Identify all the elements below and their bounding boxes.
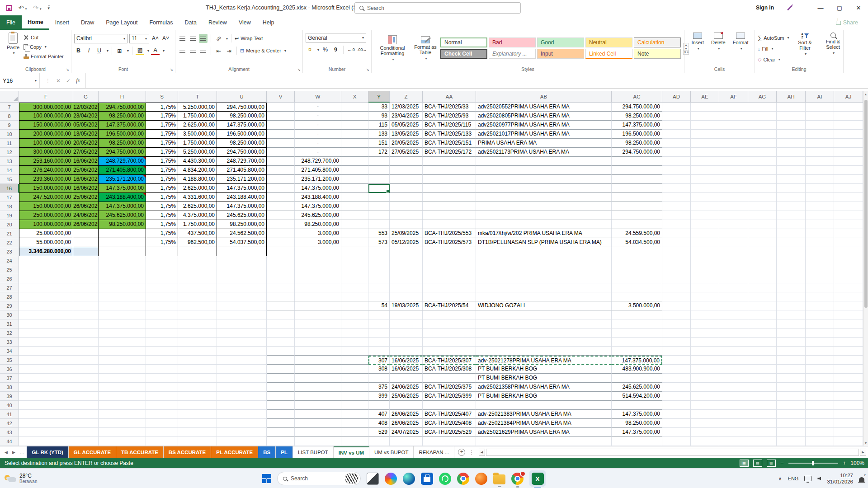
cell-G44[interactable]	[73, 437, 99, 446]
cell-S24[interactable]	[146, 256, 178, 265]
cell-AH9[interactable]	[777, 121, 806, 130]
cell-T14[interactable]: 4.834.200,00	[178, 166, 217, 175]
cell-AD35[interactable]	[662, 356, 691, 365]
cell-AF16[interactable]	[719, 184, 748, 193]
cell-G26[interactable]	[73, 274, 99, 283]
cell-AA39[interactable]: BCA-THJ/2025/399	[423, 392, 476, 401]
speaker-icon[interactable]	[817, 477, 821, 480]
cell-Y29[interactable]: 54	[368, 301, 390, 310]
cell-AF13[interactable]	[719, 157, 748, 166]
column-header-AE[interactable]: AE	[691, 91, 719, 103]
row-header-34[interactable]: 34	[0, 347, 19, 356]
cell-AI36[interactable]	[806, 365, 834, 374]
cell-U41[interactable]	[217, 410, 267, 419]
cell-AB12[interactable]: adv25021173PRIMA USAHA ERA MA	[476, 148, 612, 157]
cell-G43[interactable]	[73, 428, 99, 437]
cell-H29[interactable]	[99, 301, 146, 310]
vertical-scrollbar[interactable]: ▲ ▼	[863, 91, 868, 446]
cell-Y8[interactable]: 93	[368, 112, 390, 121]
cell-AD21[interactable]	[662, 229, 691, 238]
cell-F36[interactable]	[19, 365, 73, 374]
cell-AA29[interactable]: BCA-THJ/2025/54	[423, 301, 476, 310]
cell-AD43[interactable]	[662, 428, 691, 437]
cell-AB29[interactable]: WIDJONO GOZALI	[476, 301, 612, 310]
cell-AH31[interactable]	[777, 319, 806, 328]
clipboard-dialog-launcher[interactable]: ↘	[66, 67, 69, 72]
cell-AA16[interactable]	[423, 184, 476, 193]
cell-S28[interactable]	[146, 292, 178, 301]
cell-AF15[interactable]	[719, 175, 748, 184]
cell-Y31[interactable]	[368, 319, 390, 328]
cell-Z16[interactable]	[390, 184, 423, 193]
cut-button[interactable]: Cut	[24, 33, 64, 42]
cell-T26[interactable]	[178, 274, 217, 283]
cell-T28[interactable]	[178, 292, 217, 301]
cell-S14[interactable]: 1,75%	[146, 166, 178, 175]
cell-AA32[interactable]	[423, 328, 476, 338]
cell-AI13[interactable]	[806, 157, 834, 166]
cell-AJ16[interactable]	[834, 184, 863, 193]
cell-AE7[interactable]	[691, 103, 719, 112]
row-header-18[interactable]: 18	[0, 202, 19, 211]
cell-T24[interactable]	[178, 256, 217, 265]
cell-H34[interactable]	[99, 347, 146, 356]
cell-T27[interactable]	[178, 283, 217, 292]
cell-V14[interactable]	[267, 166, 295, 175]
cell-AA15[interactable]	[423, 175, 476, 184]
language-indicator[interactable]: ENG	[788, 476, 799, 481]
cell-AF20[interactable]	[719, 220, 748, 229]
cell-T29[interactable]	[178, 301, 217, 310]
cell-T33[interactable]	[178, 338, 217, 347]
cell-G29[interactable]	[73, 301, 99, 310]
cell-Z24[interactable]	[390, 256, 423, 265]
cell-AI42[interactable]	[806, 419, 834, 428]
clear-button[interactable]: ◇Clear▾	[758, 55, 789, 64]
cell-AJ32[interactable]	[834, 328, 863, 338]
cell-V35[interactable]	[267, 356, 295, 365]
cell-AB26[interactable]	[476, 274, 612, 283]
cell-AA10[interactable]: BCA-THJ/2025/133	[423, 130, 476, 139]
cell-AF40[interactable]	[719, 401, 748, 410]
cell-AI44[interactable]	[806, 437, 834, 446]
cell-AI30[interactable]	[806, 310, 834, 319]
tab-draw[interactable]: Draw	[75, 15, 100, 30]
cell-AG9[interactable]	[748, 121, 777, 130]
cell-S22[interactable]: 1,75%	[146, 238, 178, 247]
row-header-19[interactable]: 19	[0, 211, 19, 220]
sheet-tab-bs[interactable]: BS	[258, 446, 276, 458]
row-header-26[interactable]: 26	[0, 274, 19, 283]
cell-AH11[interactable]	[777, 139, 806, 148]
cell-F12[interactable]: 300.000.000,00	[19, 148, 73, 157]
cell-AI21[interactable]	[806, 229, 834, 238]
cell-Z15[interactable]	[390, 175, 423, 184]
cell-AA20[interactable]	[423, 220, 476, 229]
hscroll-right-arrow[interactable]: ▶	[860, 449, 866, 456]
cell-AA12[interactable]: BCA-THJ/2025/172	[423, 148, 476, 157]
cell-AB8[interactable]: adv25020805PRIMA USAHA ERA MA	[476, 112, 612, 121]
cell-X27[interactable]	[341, 283, 368, 292]
cell-F25[interactable]	[19, 265, 73, 274]
row-header-37[interactable]: 37	[0, 374, 19, 383]
cell-AA9[interactable]: BCA-THJ/2025/115	[423, 121, 476, 130]
cell-AA37[interactable]	[423, 374, 476, 383]
cell-AI37[interactable]	[806, 374, 834, 383]
cell-Z41[interactable]: 26/06/2025	[390, 410, 423, 419]
cell-V42[interactable]	[267, 419, 295, 428]
cell-AJ15[interactable]	[834, 175, 863, 184]
cell-H23[interactable]	[99, 247, 146, 256]
cell-AD14[interactable]	[662, 166, 691, 175]
cell-S15[interactable]: 1,75%	[146, 175, 178, 184]
cell-F13[interactable]: 253.160.000,00	[19, 157, 73, 166]
edge-browser-button[interactable]	[403, 473, 415, 485]
row-header-9[interactable]: 9	[0, 121, 19, 130]
cell-AG16[interactable]	[748, 184, 777, 193]
cell-X36[interactable]	[341, 365, 368, 374]
cell-AH42[interactable]	[777, 419, 806, 428]
cell-G39[interactable]	[73, 392, 99, 401]
cell-AA42[interactable]: BCA-THJ/2025/408	[423, 419, 476, 428]
cell-AC22[interactable]: 54.034.500,00	[612, 238, 662, 247]
cell-V9[interactable]	[267, 121, 295, 130]
cell-AJ22[interactable]	[834, 238, 863, 247]
cell-G18[interactable]: 26/06/2025	[73, 202, 99, 211]
cell-T41[interactable]	[178, 410, 217, 419]
